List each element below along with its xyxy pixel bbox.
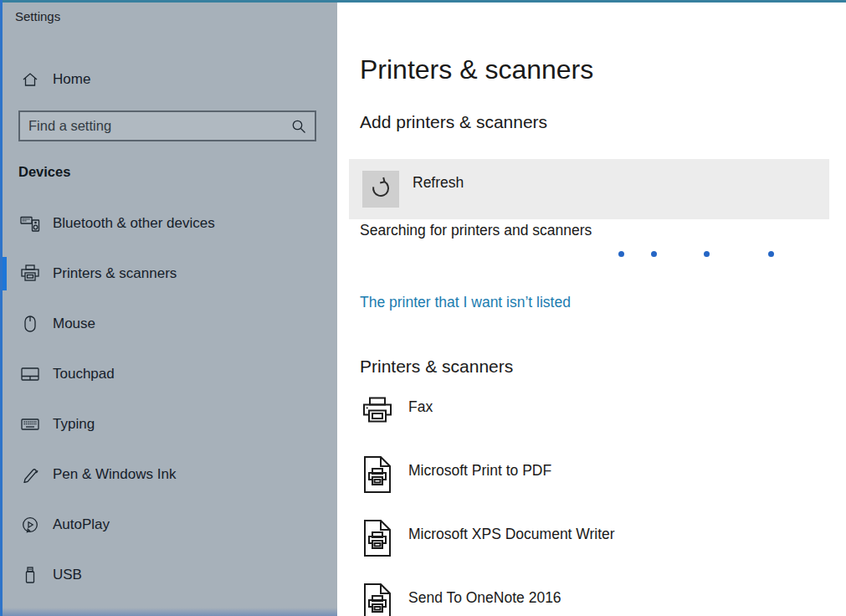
sidebar-item-label: Printers & scanners	[53, 265, 177, 282]
search-input[interactable]	[20, 118, 291, 134]
sidebar-nav: Bluetooth & other devices Printers & sca…	[3, 198, 337, 600]
printers-list-heading: Printers & scanners	[360, 357, 513, 377]
print-to-file-icon	[360, 455, 395, 494]
printer-not-listed-link[interactable]: The printer that I want isn’t listed	[360, 294, 571, 311]
home-icon	[20, 72, 40, 87]
main-pane: Printers & scanners Add printers & scann…	[337, 3, 846, 616]
printer-icon	[20, 264, 40, 283]
window-title: Settings	[15, 9, 60, 23]
refresh-icon	[369, 176, 392, 203]
printer-row-fax[interactable]: Fax	[360, 392, 828, 452]
keyboard-icon	[20, 418, 40, 430]
printer-row-xps-writer[interactable]: Microsoft XPS Document Writer	[360, 519, 828, 579]
window-accent-border-top	[0, 0, 846, 3]
sidebar-bottom-tint	[3, 608, 337, 616]
sidebar-item-autoplay[interactable]: AutoPlay	[3, 500, 337, 550]
refresh-label: Refresh	[413, 174, 464, 192]
page-title: Printers & scanners	[360, 54, 593, 85]
printer-icon	[360, 392, 395, 427]
progress-dots	[337, 251, 846, 258]
sidebar-item-touchpad[interactable]: Touchpad	[3, 349, 337, 399]
refresh-icon-tile[interactable]	[362, 171, 399, 208]
printer-name: Send To OneNote 2016	[408, 589, 561, 607]
sidebar-item-label: Bluetooth & other devices	[53, 215, 215, 232]
print-to-file-icon	[360, 519, 395, 557]
autoplay-icon	[20, 516, 40, 533]
printer-name: Microsoft XPS Document Writer	[408, 526, 615, 543]
sidebar-item-bluetooth[interactable]: Bluetooth & other devices	[3, 198, 337, 249]
touchpad-icon	[20, 367, 40, 381]
sidebar-item-label: USB	[53, 567, 82, 583]
sidebar-item-label: AutoPlay	[53, 516, 110, 533]
printer-row-print-to-pdf[interactable]: Microsoft Print to PDF	[360, 455, 828, 516]
search-icon[interactable]	[291, 119, 306, 134]
sidebar: Settings Home Devices	[3, 3, 337, 616]
settings-window: Settings Home Devices	[0, 0, 846, 616]
sidebar-item-label: Mouse	[53, 316, 95, 332]
progress-dot	[651, 251, 657, 257]
printer-name: Fax	[408, 398, 433, 416]
sidebar-item-home[interactable]: Home	[3, 63, 337, 96]
bluetooth-devices-icon	[20, 215, 40, 232]
progress-dot	[704, 251, 710, 257]
sidebar-item-pen[interactable]: Pen & Windows Ink	[3, 449, 337, 500]
sidebar-item-label: Typing	[53, 416, 95, 433]
mouse-icon	[20, 316, 40, 332]
search-status-text: Searching for printers and scanners	[360, 222, 592, 239]
search-box[interactable]	[18, 110, 316, 141]
sidebar-item-usb[interactable]: USB	[3, 550, 337, 600]
sidebar-item-label: Touchpad	[53, 366, 115, 382]
print-to-file-icon	[360, 583, 395, 616]
window-accent-border-left	[0, 0, 3, 616]
sidebar-item-label: Pen & Windows Ink	[53, 466, 176, 483]
sidebar-item-label: Home	[53, 71, 90, 88]
printer-row-onenote[interactable]: Send To OneNote 2016	[360, 583, 828, 616]
refresh-button[interactable]: Refresh	[349, 159, 829, 219]
progress-dot	[618, 251, 624, 257]
sidebar-item-printers[interactable]: Printers & scanners	[3, 249, 337, 299]
usb-icon	[20, 567, 40, 583]
pen-icon	[20, 466, 40, 483]
sidebar-item-typing[interactable]: Typing	[3, 399, 337, 449]
progress-dot	[768, 251, 774, 257]
sidebar-item-mouse[interactable]: Mouse	[3, 299, 337, 349]
printer-name: Microsoft Print to PDF	[408, 462, 551, 480]
add-printers-heading: Add printers & scanners	[360, 112, 547, 132]
sidebar-section-heading: Devices	[18, 164, 70, 180]
